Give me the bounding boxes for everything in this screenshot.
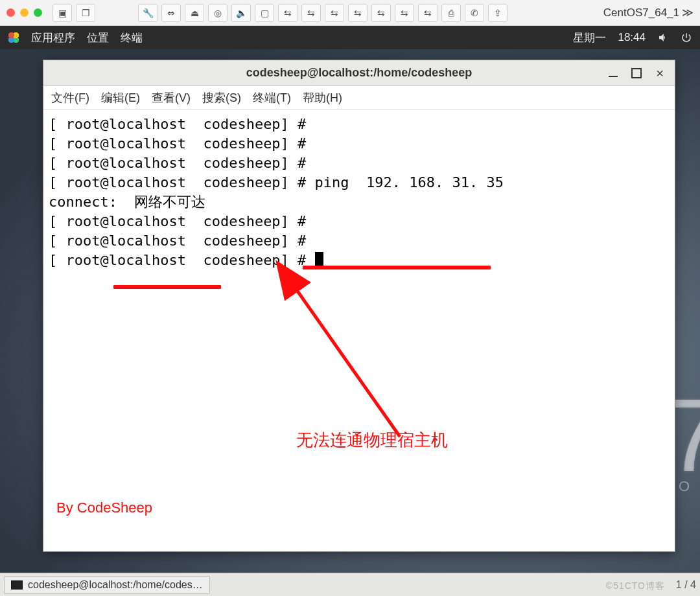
terminal-line: [ root@localhost codesheep] # bbox=[49, 134, 670, 154]
host-vm-title-text: CentOS7_64_1 bbox=[603, 6, 679, 19]
prompt-text: [ root@localhost codesheep] # bbox=[49, 252, 315, 268]
traffic-lights bbox=[6, 8, 42, 17]
share-icon[interactable]: ⇪ bbox=[488, 4, 508, 22]
phone-icon[interactable]: ✆ bbox=[465, 4, 484, 22]
host-button-layout[interactable]: ▣ bbox=[52, 4, 72, 22]
clock-time[interactable]: 18:44 bbox=[618, 31, 646, 44]
svg-line-1 bbox=[292, 284, 400, 437]
terminal-window: codesheep@localhost:/home/codesheep × 文件… bbox=[43, 60, 675, 552]
menu-file[interactable]: 文件(F) bbox=[51, 90, 89, 106]
disk-icon[interactable]: ⏏ bbox=[185, 4, 204, 22]
terminal-menubar: 文件(F) 编辑(E) 查看(V) 搜索(S) 终端(T) 帮助(H) bbox=[43, 86, 675, 109]
minimize-icon[interactable] bbox=[607, 67, 619, 79]
menu-help[interactable]: 帮助(H) bbox=[303, 90, 342, 106]
gnome-taskbar: codesheep@localhost:/home/codes… 1 / 4 bbox=[0, 573, 700, 596]
menu-terminal[interactable]: 终端(T) bbox=[253, 90, 291, 106]
usb6-icon[interactable]: ⇆ bbox=[395, 4, 414, 22]
volume-icon[interactable] bbox=[657, 32, 669, 43]
annotation-underline-ping bbox=[303, 266, 491, 269]
ping-command: ping 192. 168. 31. 35 bbox=[315, 174, 504, 190]
terminal-line: connect: 网络不可达 bbox=[49, 192, 670, 212]
audio-icon[interactable]: 🔈 bbox=[231, 4, 251, 22]
menu-search[interactable]: 搜索(S) bbox=[202, 90, 241, 106]
usb1-icon[interactable]: ⇆ bbox=[278, 4, 298, 22]
desktop-wallpaper: 7 ITO codesheep@localhost:/home/codeshee… bbox=[0, 49, 700, 573]
annotation-underline-connect bbox=[113, 285, 221, 289]
host-vm-title: CentOS7_64_1 ≫ bbox=[603, 6, 694, 19]
watermark-text: ©51CTO博客 bbox=[606, 580, 665, 592]
host-top-bar: ▣ ❐ 🔧 ⇔ ⏏ ◎ 🔈 ▢ ⇆ ⇆ ⇆ ⇆ ⇆ ⇆ ⇆ ⎙ ✆ ⇪ Cent… bbox=[0, 0, 700, 26]
terminal-titlebar[interactable]: codesheep@localhost:/home/codesheep × bbox=[43, 60, 675, 86]
resize-icon[interactable]: ⇔ bbox=[161, 4, 181, 22]
usb2-icon[interactable]: ⇆ bbox=[301, 4, 321, 22]
taskbar-item-terminal[interactable]: codesheep@localhost:/home/codes… bbox=[4, 576, 210, 594]
terminal-body[interactable]: [ root@localhost codesheep] # [ root@loc… bbox=[43, 109, 675, 551]
close-icon[interactable]: × bbox=[654, 67, 666, 79]
gnome-top-bar: 应用程序 位置 终端 星期一 18:44 bbox=[0, 26, 700, 49]
usb5-icon[interactable]: ⇆ bbox=[371, 4, 391, 22]
zoom-dot-icon[interactable] bbox=[34, 8, 42, 17]
camera-icon[interactable]: ▢ bbox=[255, 4, 274, 22]
annotation-arrow-icon bbox=[283, 275, 413, 450]
terminal-line: [ root@localhost codesheep] # bbox=[49, 154, 670, 173]
menu-view[interactable]: 查看(V) bbox=[152, 90, 191, 106]
menu-applications[interactable]: 应用程序 bbox=[31, 30, 75, 45]
usb4-icon[interactable]: ⇆ bbox=[348, 4, 368, 22]
optical-icon[interactable]: ◎ bbox=[208, 4, 228, 22]
terminal-task-icon bbox=[11, 580, 23, 590]
activities-icon[interactable] bbox=[8, 32, 19, 43]
menu-terminal[interactable]: 终端 bbox=[121, 30, 143, 45]
terminal-line: [ root@localhost codesheep] # bbox=[49, 231, 670, 251]
usb7-icon[interactable]: ⇆ bbox=[418, 4, 438, 22]
menu-places[interactable]: 位置 bbox=[87, 30, 109, 45]
host-button-group-tools: 🔧 ⇔ ⏏ ◎ 🔈 ▢ ⇆ ⇆ ⇆ ⇆ ⇆ ⇆ ⇆ ⎙ ✆ ⇪ bbox=[138, 4, 508, 22]
power-icon[interactable] bbox=[681, 32, 692, 43]
workspace-indicator[interactable]: 1 / 4 bbox=[676, 579, 696, 591]
terminal-line: [ root@localhost codesheep] # bbox=[49, 115, 670, 134]
annotation-text: 无法连通物理宿主机 bbox=[296, 430, 448, 450]
clock-weekday[interactable]: 星期一 bbox=[573, 30, 606, 45]
close-dot-icon[interactable] bbox=[6, 8, 15, 17]
terminal-line: [ root@localhost codesheep] # ping 192. … bbox=[49, 173, 670, 192]
taskbar-item-label: codesheep@localhost:/home/codes… bbox=[28, 579, 203, 591]
terminal-title-text: codesheep@localhost:/home/codesheep bbox=[43, 66, 675, 80]
maximize-icon[interactable] bbox=[631, 67, 642, 79]
menu-edit[interactable]: 编辑(E) bbox=[101, 90, 140, 106]
prompt-text: [ root@localhost codesheep] # bbox=[49, 174, 315, 190]
minimize-dot-icon[interactable] bbox=[20, 8, 29, 17]
byline-text: By CodeSheep bbox=[56, 498, 152, 518]
host-button-group-left: ▣ ❐ bbox=[52, 4, 95, 22]
terminal-line: [ root@localhost codesheep] # bbox=[49, 212, 670, 231]
printer-icon[interactable]: ⎙ bbox=[441, 4, 461, 22]
usb3-icon[interactable]: ⇆ bbox=[325, 4, 344, 22]
chevron-right-icon[interactable]: ≫ bbox=[682, 6, 694, 19]
host-button-snapshot[interactable]: ❐ bbox=[76, 4, 95, 22]
wrench-icon[interactable]: 🔧 bbox=[138, 4, 158, 22]
